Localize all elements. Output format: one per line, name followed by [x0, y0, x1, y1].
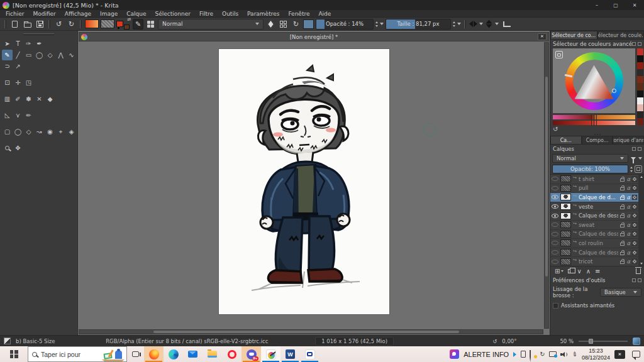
tool-crop[interactable]: ◳ — [23, 77, 34, 88]
layer-thumbnail[interactable] — [560, 212, 571, 219]
zoom-level[interactable]: 50 % — [560, 338, 574, 344]
inherit-alpha-icon[interactable] — [632, 222, 637, 228]
layer-opacity-slider[interactable]: Opacité: 100% — [552, 165, 628, 173]
tab-advanced-color-selector[interactable]: Sélecteur de co... — [550, 31, 597, 40]
layer-name[interactable]: Calque de dess... — [579, 231, 619, 237]
menu-filtre[interactable]: Filtre — [195, 11, 218, 17]
selector-settings-icon[interactable] — [555, 51, 563, 58]
visibility-icon[interactable] — [552, 214, 558, 218]
tool-dynamic-brush[interactable]: ⊃ — [2, 61, 13, 72]
tool-multibrush[interactable]: ↗ — [13, 61, 23, 72]
inherit-alpha-icon[interactable] — [632, 195, 637, 200]
taskbar-app-firefox[interactable] — [144, 346, 164, 362]
tool-zoom[interactable] — [2, 143, 13, 153]
layer-thumbnail[interactable] — [560, 249, 571, 256]
alpha-lock-icon[interactable]: α — [626, 231, 630, 237]
open-document-button[interactable] — [22, 19, 33, 30]
history-swatch[interactable] — [637, 104, 643, 111]
foreground-background-colors[interactable]: ⇄ — [116, 19, 131, 30]
brush-preset-label[interactable]: b) Basic-5 Size — [16, 338, 55, 344]
menu-affichage[interactable]: Affichage — [60, 11, 96, 17]
edit-brush-settings-button[interactable]: ✎ — [133, 19, 143, 30]
task-view-button[interactable] — [127, 346, 144, 362]
layer-thumbnail[interactable] — [560, 239, 571, 246]
maximize-button[interactable]: ▢ — [606, 0, 625, 10]
taskbar-app-opera[interactable] — [222, 346, 242, 362]
layer-row[interactable]: ↩ tricot α — [550, 257, 638, 266]
brush-preset-icon[interactable] — [4, 337, 11, 344]
history-swatch[interactable] — [637, 76, 643, 83]
taskbar-app-clipchamp[interactable] — [300, 346, 319, 362]
layer-row-selected[interactable]: ↩ Calque de d... α — [550, 193, 638, 202]
reset-rotation-icon[interactable]: ↺ — [492, 338, 497, 344]
vertical-scrollbar-thumb[interactable] — [545, 77, 548, 277]
shade-bar-top[interactable] — [553, 115, 635, 119]
tool-freehand-brush[interactable]: ✎ — [2, 50, 13, 60]
menu-selectionner[interactable]: Sélectionner — [151, 11, 195, 17]
tray-sync-icon[interactable]: ↻ — [540, 351, 545, 358]
layer-list-scrollbar[interactable] — [638, 175, 644, 266]
layer-opacity-spinner[interactable] — [630, 167, 633, 172]
inherit-alpha-icon[interactable] — [632, 241, 637, 246]
lock-icon[interactable] — [620, 197, 625, 200]
layer-blending-mode-select[interactable]: Normal — [552, 154, 628, 163]
layer-name[interactable]: pull — [579, 185, 619, 191]
touch-keyboard-icon[interactable]: ✕ — [614, 350, 625, 359]
gradient-swatch[interactable] — [85, 19, 99, 28]
layer-thumbnail[interactable] — [560, 258, 571, 265]
document-close-button[interactable]: ✕ — [538, 33, 547, 40]
lock-icon[interactable] — [620, 224, 625, 228]
filter-layers-icon[interactable] — [631, 157, 636, 160]
lock-icon[interactable] — [620, 233, 625, 236]
tray-security-icon[interactable] — [530, 351, 536, 358]
zoom-slider[interactable] — [579, 341, 628, 342]
history-swatch[interactable] — [637, 48, 643, 55]
tab-specific-color-selector[interactable]: Sélecteur de coule... — [597, 31, 644, 40]
mirror-horizontal-dropdown-icon[interactable] — [479, 23, 483, 25]
layer-name[interactable]: col roulin — [579, 240, 619, 246]
visibility-icon[interactable] — [552, 260, 558, 264]
vertical-scrollbar[interactable] — [544, 42, 549, 329]
history-swatch[interactable] — [637, 90, 643, 97]
tool-edit-shapes[interactable]: ✑ — [23, 38, 34, 49]
undo-button[interactable]: ↺ — [53, 19, 64, 30]
alpha-lock-icon[interactable]: α — [626, 240, 630, 246]
lock-icon[interactable] — [620, 187, 625, 190]
smoothing-select[interactable]: Basique — [600, 288, 641, 297]
history-swatch[interactable] — [637, 83, 643, 90]
canvas-area[interactable]: [Non enregistré] * ✕ — [78, 31, 550, 335]
inherit-alpha-icon[interactable] — [632, 259, 637, 264]
layer-row[interactable]: ↩ Calque de dess... α — [550, 211, 638, 221]
alpha-lock-icon[interactable]: α — [626, 204, 630, 210]
tool-pan[interactable]: ✥ — [13, 143, 23, 153]
tab-calques[interactable]: Ca... — [550, 136, 582, 145]
tool-colorize-mask[interactable]: ✕ — [34, 94, 45, 104]
show-hidden-icons-chevron[interactable] — [513, 352, 516, 357]
taskbar-search[interactable] — [28, 346, 127, 362]
layer-thumbnail[interactable] — [560, 194, 571, 200]
tool-bezier-curve[interactable]: ∿ — [66, 50, 77, 60]
toolbar-grip[interactable] — [48, 20, 50, 28]
tool-select-bezier[interactable]: ◈ — [66, 126, 77, 137]
close-docker-icon[interactable] — [638, 147, 641, 151]
tool-fill[interactable]: ◆ — [45, 94, 55, 104]
layer-thumbnail[interactable] — [560, 185, 571, 192]
layer-thumbnail[interactable] — [560, 175, 571, 182]
layer-options-icon[interactable] — [635, 165, 642, 173]
toolbox-grip[interactable] — [23, 33, 54, 35]
tool-select-similar[interactable]: ⌖ — [55, 126, 66, 137]
taskbar-app-word[interactable]: W — [280, 346, 300, 362]
tool-ellipse[interactable]: ◯ — [34, 50, 45, 60]
filter-dropdown-icon[interactable] — [638, 157, 642, 160]
default-colors-icon[interactable] — [117, 26, 120, 30]
inherit-alpha-icon[interactable] — [632, 213, 637, 218]
float-docker-icon[interactable] — [632, 278, 636, 282]
taskbar-app-discord[interactable]: 9+ — [242, 346, 261, 362]
preserve-alpha-button[interactable] — [278, 19, 289, 30]
opacity-dropdown-icon[interactable] — [380, 23, 384, 25]
history-swatch[interactable] — [637, 62, 643, 69]
layer-thumbnail[interactable] — [560, 203, 571, 210]
close-docker-icon[interactable] — [638, 42, 641, 46]
lock-icon[interactable] — [620, 178, 625, 182]
tray-document-icon[interactable] — [521, 351, 526, 358]
